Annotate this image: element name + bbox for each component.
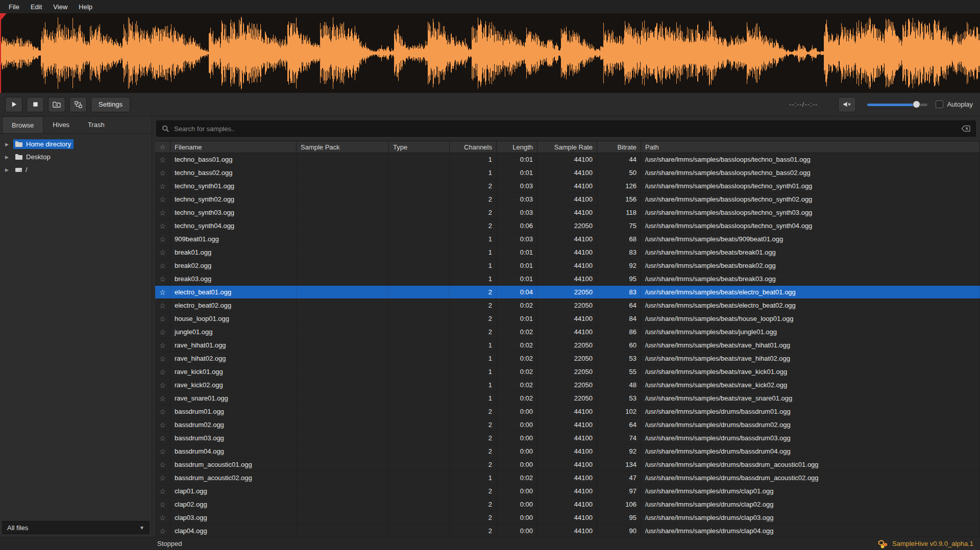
volume-slider[interactable]: [867, 101, 927, 109]
cell-length: 0:04: [497, 286, 537, 298]
cell-path: /usr/share/lmms/samples/drums/clap04.ogg: [641, 524, 980, 537]
table-row[interactable]: ☆ techno_synth01.ogg 2 0:03 44100 126 /u…: [155, 180, 980, 193]
column-filename[interactable]: Filename: [170, 141, 297, 153]
favorite-star-icon[interactable]: ☆: [155, 471, 170, 484]
favorite-star-icon[interactable]: ☆: [155, 352, 170, 365]
table-row[interactable]: ☆ bassdrum_acoustic02.ogg 1 0:02 44100 4…: [155, 471, 980, 485]
table-row[interactable]: ☆ clap01.ogg 2 0:00 44100 97 /usr/share/…: [155, 485, 980, 498]
favorite-star-icon[interactable]: ☆: [155, 326, 170, 338]
table-row[interactable]: ☆ 909beat01.ogg 1 0:03 44100 68 /usr/sha…: [155, 233, 980, 246]
tree-item-home-directory[interactable]: ▶ Home directory: [0, 138, 152, 151]
column-path[interactable]: Path: [641, 141, 980, 153]
tree-item-label: Desktop: [26, 153, 51, 161]
table-row[interactable]: ☆ techno_synth03.ogg 2 0:03 44100 118 /u…: [155, 206, 980, 219]
autoplay-checkbox[interactable]: [936, 101, 943, 108]
favorite-star-icon[interactable]: ☆: [155, 206, 170, 219]
favorite-star-icon[interactable]: ☆: [155, 166, 170, 179]
favorite-star-icon[interactable]: ☆: [155, 432, 170, 444]
table-row[interactable]: ☆ rave_kick01.ogg 1 0:02 22050 55 /usr/s…: [155, 365, 980, 379]
folder-icon: [15, 141, 23, 147]
tree-item-root[interactable]: ▶ /: [0, 163, 152, 176]
table-row[interactable]: ☆ bassdrum04.ogg 2 0:00 44100 92 /usr/sh…: [155, 445, 980, 458]
table-row[interactable]: ☆ bassdrum03.ogg 2 0:00 44100 74 /usr/sh…: [155, 432, 980, 445]
table-row[interactable]: ☆ jungle01.ogg 2 0:02 44100 86 /usr/shar…: [155, 326, 980, 339]
table-row[interactable]: ☆ electro_beat02.ogg 2 0:02 22050 64 /us…: [155, 299, 980, 312]
table-row[interactable]: ☆ techno_synth02.ogg 2 0:03 44100 156 /u…: [155, 193, 980, 206]
table-row[interactable]: ☆ techno_synth04.ogg 2 0:06 22050 75 /us…: [155, 219, 980, 233]
table-row[interactable]: ☆ clap03.ogg 2 0:00 44100 95 /usr/share/…: [155, 511, 980, 524]
table-row[interactable]: ☆ techno_bass02.ogg 1 0:01 44100 50 /usr…: [155, 166, 980, 180]
settings-button[interactable]: Settings: [91, 97, 130, 112]
clear-search-icon[interactable]: [961, 125, 970, 132]
favorite-star-icon[interactable]: ☆: [155, 418, 170, 431]
menu-view[interactable]: View: [47, 1, 73, 13]
volume-knob[interactable]: [913, 101, 920, 108]
favorite-star-icon[interactable]: ☆: [155, 180, 170, 192]
table-row[interactable]: ☆ break03.ogg 1 0:01 44100 95 /usr/share…: [155, 272, 980, 286]
loop-button[interactable]: [48, 97, 65, 112]
table-row[interactable]: ☆ rave_hihat01.ogg 1 0:02 22050 60 /usr/…: [155, 339, 980, 352]
column-length[interactable]: Length: [497, 141, 537, 153]
waveform-canvas[interactable]: [0, 13, 980, 93]
search-input[interactable]: [174, 125, 957, 133]
stop-button[interactable]: [27, 97, 44, 112]
favorite-star-icon[interactable]: ☆: [155, 259, 170, 272]
favorite-star-icon[interactable]: ☆: [155, 219, 170, 232]
file-filter-dropdown[interactable]: All files ▼: [2, 521, 150, 534]
favorite-star-icon[interactable]: ☆: [155, 272, 170, 285]
favorite-star-icon[interactable]: ☆: [155, 233, 170, 245]
menu-edit[interactable]: Edit: [25, 1, 47, 13]
column-favorite[interactable]: ☆: [155, 141, 170, 153]
favorite-star-icon[interactable]: ☆: [155, 286, 170, 298]
favorite-star-icon[interactable]: ☆: [155, 246, 170, 259]
column-sample-rate[interactable]: Sample Rate: [537, 141, 597, 153]
loop-points-button[interactable]: [69, 97, 87, 112]
table-row[interactable]: ☆ clap02.ogg 2 0:00 44100 106 /usr/share…: [155, 498, 980, 511]
table-row[interactable]: ☆ rave_snare01.ogg 1 0:02 22050 53 /usr/…: [155, 392, 980, 405]
tab-browse[interactable]: Browse: [2, 116, 43, 133]
cell-type: [389, 458, 450, 471]
expand-arrow-icon[interactable]: ▶: [5, 167, 13, 172]
favorite-star-icon[interactable]: ☆: [155, 339, 170, 352]
favorite-star-icon[interactable]: ☆: [155, 379, 170, 391]
table-row[interactable]: ☆ break02.ogg 1 0:01 44100 92 /usr/share…: [155, 259, 980, 272]
table-row[interactable]: ☆ electro_beat01.ogg 2 0:04 22050 83 /us…: [155, 286, 980, 299]
favorite-star-icon[interactable]: ☆: [155, 312, 170, 325]
favorite-star-icon[interactable]: ☆: [155, 445, 170, 458]
column-sample-pack[interactable]: Sample Pack: [297, 141, 389, 153]
table-row[interactable]: ☆ house_loop01.ogg 2 0:01 44100 84 /usr/…: [155, 312, 980, 326]
favorite-star-icon[interactable]: ☆: [155, 405, 170, 418]
favorite-star-icon[interactable]: ☆: [155, 153, 170, 166]
tree-item-desktop[interactable]: ▶ Desktop: [0, 151, 152, 163]
play-button[interactable]: [5, 97, 22, 112]
tab-hives[interactable]: Hives: [43, 116, 79, 133]
table-row[interactable]: ☆ techno_bass01.ogg 1 0:01 44100 44 /usr…: [155, 153, 980, 166]
favorite-star-icon[interactable]: ☆: [155, 193, 170, 206]
favorite-star-icon[interactable]: ☆: [155, 365, 170, 378]
cell-channels: 1: [450, 246, 497, 259]
tab-trash[interactable]: Trash: [79, 116, 114, 133]
menu-file[interactable]: File: [3, 1, 25, 13]
column-bitrate[interactable]: Bitrate: [597, 141, 641, 153]
favorite-star-icon[interactable]: ☆: [155, 485, 170, 497]
favorite-star-icon[interactable]: ☆: [155, 498, 170, 511]
favorite-star-icon[interactable]: ☆: [155, 524, 170, 537]
column-channels[interactable]: Channels: [450, 141, 497, 153]
cell-filename: bassdrum_acoustic01.ogg: [170, 458, 297, 471]
menu-help[interactable]: Help: [73, 1, 98, 13]
favorite-star-icon[interactable]: ☆: [155, 299, 170, 312]
favorite-star-icon[interactable]: ☆: [155, 392, 170, 405]
column-type[interactable]: Type: [389, 141, 450, 153]
expand-arrow-icon[interactable]: ▶: [5, 155, 13, 160]
table-row[interactable]: ☆ bassdrum01.ogg 2 0:00 44100 102 /usr/s…: [155, 405, 980, 418]
table-row[interactable]: ☆ break01.ogg 1 0:01 44100 83 /usr/share…: [155, 246, 980, 259]
table-row[interactable]: ☆ clap04.ogg 2 0:00 44100 90 /usr/share/…: [155, 524, 980, 537]
expand-arrow-icon[interactable]: ▶: [5, 142, 13, 147]
table-row[interactable]: ☆ rave_hihat02.ogg 1 0:02 22050 53 /usr/…: [155, 352, 980, 365]
favorite-star-icon[interactable]: ☆: [155, 458, 170, 471]
favorite-star-icon[interactable]: ☆: [155, 511, 170, 524]
table-row[interactable]: ☆ bassdrum02.ogg 2 0:00 44100 64 /usr/sh…: [155, 418, 980, 432]
table-row[interactable]: ☆ rave_kick02.ogg 1 0:02 22050 48 /usr/s…: [155, 379, 980, 392]
table-row[interactable]: ☆ bassdrum_acoustic01.ogg 2 0:00 44100 1…: [155, 458, 980, 471]
mute-button[interactable]: [838, 97, 856, 112]
